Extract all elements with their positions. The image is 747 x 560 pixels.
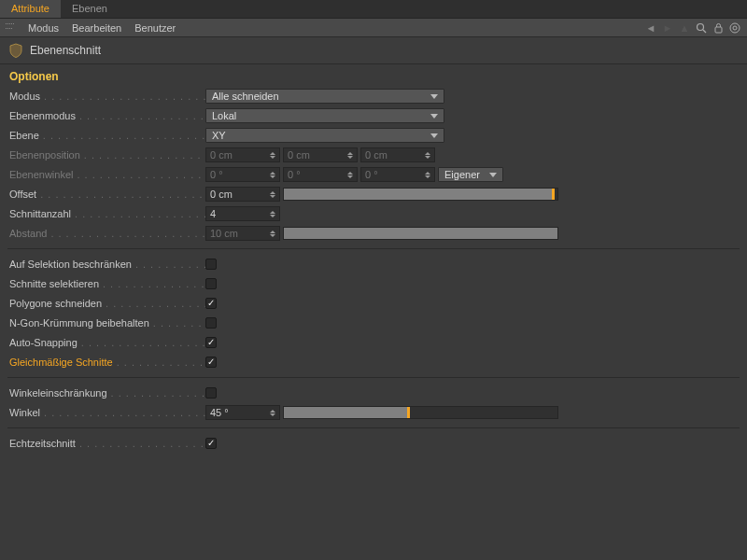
- checkbox-autosnapping[interactable]: [205, 337, 217, 348]
- search-icon[interactable]: [695, 21, 708, 35]
- menu-benutzer[interactable]: Benutzer: [134, 22, 176, 34]
- field-ang-x[interactable]: 0 °: [205, 167, 280, 182]
- divider: [7, 248, 740, 249]
- menu-bar: Modus Bearbeiten Benutzer ◄ ► ▲: [0, 19, 747, 37]
- checkbox-gleichmaessige[interactable]: [205, 357, 217, 368]
- label-modus: Modus: [9, 91, 205, 102]
- label-abstand: Abstand: [9, 228, 205, 239]
- divider: [7, 427, 740, 428]
- slider-winkel[interactable]: [283, 406, 558, 419]
- target-icon[interactable]: [728, 21, 741, 35]
- dropdown-modus[interactable]: Alle schneiden: [205, 89, 444, 104]
- slider-abstand[interactable]: [283, 227, 558, 240]
- panel-header: Ebenenschnitt: [0, 37, 747, 64]
- checkbox-polygoneschneiden[interactable]: [205, 298, 217, 309]
- top-tabs: Attribute Ebenen: [0, 0, 747, 19]
- label-offset: Offset: [9, 189, 205, 200]
- label-ngon: N-Gon-Krümmung beibehalten: [9, 317, 205, 329]
- chevron-down-icon: [489, 173, 497, 177]
- field-pos-z[interactable]: 0 cm: [360, 147, 435, 162]
- label-echtzeitschnitt: Echtzeitschnitt: [9, 438, 205, 449]
- label-ebenenwinkel: Ebenenwinkel: [9, 169, 205, 180]
- toolbar-right: ◄ ► ▲: [644, 21, 741, 35]
- label-autosnapping: Auto-Snapping: [9, 337, 205, 348]
- chevron-down-icon: [430, 133, 438, 138]
- tab-attribute[interactable]: Attribute: [0, 0, 61, 18]
- checkbox-aufselektion[interactable]: [205, 259, 217, 270]
- field-winkel[interactable]: 45 °: [205, 405, 280, 420]
- label-ebene: Ebene: [9, 130, 205, 141]
- field-pos-y[interactable]: 0 cm: [283, 147, 358, 162]
- back-arrow-icon[interactable]: ◄: [644, 21, 657, 35]
- field-ang-z[interactable]: 0 °: [360, 167, 435, 182]
- label-aufselektion: Auf Selektion beschränken: [9, 259, 205, 270]
- slider-offset[interactable]: [283, 188, 558, 201]
- svg-point-0: [698, 23, 704, 30]
- menu-bearbeiten[interactable]: Bearbeiten: [72, 22, 121, 34]
- label-schnittanzahl: Schnittanzahl: [9, 208, 205, 219]
- section-optionen: Optionen: [0, 64, 747, 87]
- label-winkeleinschraenkung: Winkeleinschränkung: [9, 387, 205, 399]
- label-winkel: Winkel: [9, 407, 205, 418]
- svg-line-1: [703, 30, 706, 33]
- label-polygoneschneiden: Polygone schneiden: [9, 298, 205, 309]
- label-ebenenposition: Ebenenposition: [9, 149, 205, 161]
- label-ebenenmodus: Ebenenmodus: [9, 110, 205, 121]
- field-pos-x[interactable]: 0 cm: [205, 147, 280, 162]
- menu-modus[interactable]: Modus: [28, 22, 59, 34]
- field-offset[interactable]: 0 cm: [205, 187, 280, 202]
- dropdown-ebenenmodus[interactable]: Lokal: [205, 108, 444, 123]
- chevron-down-icon: [430, 94, 438, 99]
- label-schnitteselektieren: Schnitte selektieren: [9, 278, 205, 289]
- checkbox-winkeleinschraenkung[interactable]: [205, 387, 217, 399]
- chevron-down-icon: [430, 114, 438, 119]
- divider: [7, 377, 740, 378]
- dropdown-eigener[interactable]: Eigener: [438, 167, 503, 182]
- svg-point-3: [730, 23, 740, 33]
- up-icon[interactable]: ▲: [678, 21, 691, 35]
- tab-ebenen[interactable]: Ebenen: [61, 0, 119, 18]
- panel-title: Ebenenschnitt: [30, 44, 101, 57]
- svg-point-4: [733, 26, 737, 30]
- checkbox-ngon[interactable]: [205, 317, 217, 329]
- dropdown-ebene[interactable]: XY: [205, 128, 444, 143]
- field-abstand[interactable]: 10 cm: [205, 226, 280, 241]
- svg-rect-2: [715, 27, 722, 33]
- label-gleichmaessige: Gleichmäßige Schnitte: [9, 357, 205, 368]
- grip-icon[interactable]: [6, 23, 15, 33]
- field-schnittanzahl[interactable]: 4: [205, 206, 280, 221]
- lock-icon[interactable]: [712, 21, 725, 35]
- forward-arrow-icon[interactable]: ►: [661, 21, 674, 35]
- shield-icon: [9, 43, 22, 58]
- field-ang-y[interactable]: 0 °: [283, 167, 358, 182]
- checkbox-schnitteselektieren[interactable]: [205, 278, 217, 289]
- checkbox-echtzeitschnitt[interactable]: [205, 438, 217, 449]
